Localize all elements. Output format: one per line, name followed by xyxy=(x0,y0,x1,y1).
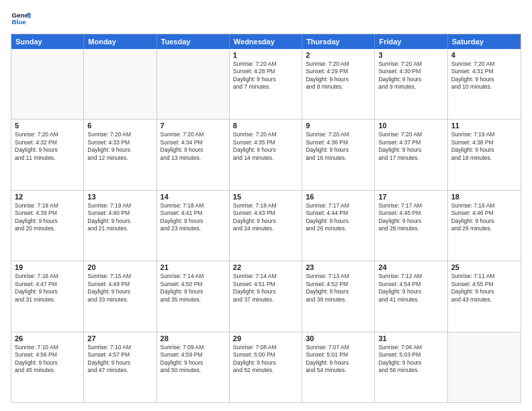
calendar-empty-cell xyxy=(448,332,521,402)
calendar-day-27: 27Sunrise: 7:10 AM Sunset: 4:57 PM Dayli… xyxy=(84,332,157,402)
calendar-day-10: 10Sunrise: 7:20 AM Sunset: 4:37 PM Dayli… xyxy=(375,120,447,189)
calendar-week-3: 12Sunrise: 7:19 AM Sunset: 4:39 PM Dayli… xyxy=(11,190,521,261)
day-number: 6 xyxy=(87,122,152,130)
day-number: 24 xyxy=(378,263,443,271)
calendar-day-9: 9Sunrise: 7:20 AM Sunset: 4:36 PM Daylig… xyxy=(302,120,375,189)
day-number: 27 xyxy=(87,334,152,342)
calendar-day-6: 6Sunrise: 7:20 AM Sunset: 4:33 PM Daylig… xyxy=(84,120,157,189)
day-info: Sunrise: 7:20 AM Sunset: 4:32 PM Dayligh… xyxy=(15,131,80,162)
day-info: Sunrise: 7:13 AM Sunset: 4:52 PM Dayligh… xyxy=(306,273,371,304)
day-info: Sunrise: 7:20 AM Sunset: 4:36 PM Dayligh… xyxy=(306,131,371,162)
calendar-day-3: 3Sunrise: 7:20 AM Sunset: 4:30 PM Daylig… xyxy=(375,49,447,119)
day-number: 19 xyxy=(15,263,80,271)
day-info: Sunrise: 7:19 AM Sunset: 4:39 PM Dayligh… xyxy=(15,202,80,233)
day-info: Sunrise: 7:18 AM Sunset: 4:41 PM Dayligh… xyxy=(161,202,226,233)
calendar-day-25: 25Sunrise: 7:11 AM Sunset: 4:55 PM Dayli… xyxy=(448,261,521,331)
day-info: Sunrise: 7:20 AM Sunset: 4:28 PM Dayligh… xyxy=(233,60,298,91)
day-number: 4 xyxy=(451,51,517,59)
day-number: 25 xyxy=(451,263,517,271)
calendar-empty-cell xyxy=(157,49,230,119)
day-number: 12 xyxy=(15,193,80,201)
calendar-day-29: 29Sunrise: 7:08 AM Sunset: 5:00 PM Dayli… xyxy=(230,332,302,402)
day-info: Sunrise: 7:20 AM Sunset: 4:37 PM Dayligh… xyxy=(378,131,443,162)
day-number: 15 xyxy=(233,193,298,201)
day-info: Sunrise: 7:16 AM Sunset: 4:47 PM Dayligh… xyxy=(15,273,80,304)
day-number: 3 xyxy=(378,51,443,59)
logo-icon: General Blue xyxy=(11,8,31,28)
day-info: Sunrise: 7:06 AM Sunset: 5:03 PM Dayligh… xyxy=(378,344,443,375)
day-info: Sunrise: 7:19 AM Sunset: 4:38 PM Dayligh… xyxy=(451,131,517,162)
day-header-thursday: Thursday xyxy=(302,34,375,49)
calendar-day-11: 11Sunrise: 7:19 AM Sunset: 4:38 PM Dayli… xyxy=(448,120,521,189)
day-info: Sunrise: 7:20 AM Sunset: 4:34 PM Dayligh… xyxy=(161,131,226,162)
calendar-day-19: 19Sunrise: 7:16 AM Sunset: 4:47 PM Dayli… xyxy=(11,261,84,331)
day-info: Sunrise: 7:09 AM Sunset: 4:59 PM Dayligh… xyxy=(161,344,226,375)
day-number: 10 xyxy=(378,122,443,130)
svg-text:Blue: Blue xyxy=(12,18,27,26)
day-info: Sunrise: 7:20 AM Sunset: 4:35 PM Dayligh… xyxy=(233,131,298,162)
day-number: 11 xyxy=(451,122,517,130)
calendar-day-16: 16Sunrise: 7:17 AM Sunset: 4:44 PM Dayli… xyxy=(302,191,375,261)
calendar-day-15: 15Sunrise: 7:18 AM Sunset: 4:43 PM Dayli… xyxy=(230,191,302,261)
day-info: Sunrise: 7:20 AM Sunset: 4:29 PM Dayligh… xyxy=(306,60,371,91)
calendar-week-4: 19Sunrise: 7:16 AM Sunset: 4:47 PM Dayli… xyxy=(11,261,521,331)
calendar-day-28: 28Sunrise: 7:09 AM Sunset: 4:59 PM Dayli… xyxy=(157,332,230,402)
day-number: 21 xyxy=(161,263,226,271)
calendar-day-2: 2Sunrise: 7:20 AM Sunset: 4:29 PM Daylig… xyxy=(302,49,375,119)
day-number: 14 xyxy=(161,193,226,201)
calendar-week-1: 1Sunrise: 7:20 AM Sunset: 4:28 PM Daylig… xyxy=(11,49,521,119)
calendar-day-22: 22Sunrise: 7:14 AM Sunset: 4:51 PM Dayli… xyxy=(230,261,302,331)
day-header-tuesday: Tuesday xyxy=(157,34,230,49)
calendar-day-7: 7Sunrise: 7:20 AM Sunset: 4:34 PM Daylig… xyxy=(157,120,230,189)
page: General Blue SundayMondayTuesdayWednesda… xyxy=(0,0,532,411)
day-info: Sunrise: 7:11 AM Sunset: 4:55 PM Dayligh… xyxy=(451,273,517,304)
calendar-day-12: 12Sunrise: 7:19 AM Sunset: 4:39 PM Dayli… xyxy=(11,191,84,261)
day-info: Sunrise: 7:12 AM Sunset: 4:54 PM Dayligh… xyxy=(378,273,443,304)
day-info: Sunrise: 7:10 AM Sunset: 4:56 PM Dayligh… xyxy=(15,344,80,375)
calendar-day-21: 21Sunrise: 7:14 AM Sunset: 4:50 PM Dayli… xyxy=(157,261,230,331)
day-number: 5 xyxy=(15,122,80,130)
header: General Blue xyxy=(11,8,521,28)
svg-marker-3 xyxy=(28,14,32,18)
day-info: Sunrise: 7:14 AM Sunset: 4:50 PM Dayligh… xyxy=(161,273,226,304)
day-number: 16 xyxy=(306,193,371,201)
day-info: Sunrise: 7:14 AM Sunset: 4:51 PM Dayligh… xyxy=(233,273,298,304)
calendar-week-5: 26Sunrise: 7:10 AM Sunset: 4:56 PM Dayli… xyxy=(11,332,521,402)
calendar-body: 1Sunrise: 7:20 AM Sunset: 4:28 PM Daylig… xyxy=(11,49,521,402)
day-number: 23 xyxy=(306,263,371,271)
calendar-day-26: 26Sunrise: 7:10 AM Sunset: 4:56 PM Dayli… xyxy=(11,332,84,402)
calendar-empty-cell xyxy=(84,49,157,119)
day-number: 22 xyxy=(233,263,298,271)
day-header-sunday: Sunday xyxy=(11,34,84,49)
calendar-day-31: 31Sunrise: 7:06 AM Sunset: 5:03 PM Dayli… xyxy=(375,332,447,402)
calendar-day-5: 5Sunrise: 7:20 AM Sunset: 4:32 PM Daylig… xyxy=(11,120,84,189)
day-number: 30 xyxy=(306,334,371,342)
calendar-day-20: 20Sunrise: 7:15 AM Sunset: 4:49 PM Dayli… xyxy=(84,261,157,331)
day-number: 18 xyxy=(451,193,517,201)
calendar-empty-cell xyxy=(11,49,84,119)
day-info: Sunrise: 7:15 AM Sunset: 4:49 PM Dayligh… xyxy=(87,273,152,304)
day-number: 1 xyxy=(233,51,298,59)
day-info: Sunrise: 7:07 AM Sunset: 5:01 PM Dayligh… xyxy=(306,344,371,375)
day-info: Sunrise: 7:18 AM Sunset: 4:43 PM Dayligh… xyxy=(233,202,298,233)
day-info: Sunrise: 7:20 AM Sunset: 4:31 PM Dayligh… xyxy=(451,60,517,91)
day-number: 2 xyxy=(306,51,371,59)
calendar-day-8: 8Sunrise: 7:20 AM Sunset: 4:35 PM Daylig… xyxy=(230,120,302,189)
day-info: Sunrise: 7:20 AM Sunset: 4:33 PM Dayligh… xyxy=(87,131,152,162)
day-number: 29 xyxy=(233,334,298,342)
day-header-saturday: Saturday xyxy=(448,34,521,49)
day-header-wednesday: Wednesday xyxy=(230,34,302,49)
calendar-week-2: 5Sunrise: 7:20 AM Sunset: 4:32 PM Daylig… xyxy=(11,119,521,189)
day-info: Sunrise: 7:17 AM Sunset: 4:44 PM Dayligh… xyxy=(306,202,371,233)
day-number: 8 xyxy=(233,122,298,130)
calendar-day-30: 30Sunrise: 7:07 AM Sunset: 5:01 PM Dayli… xyxy=(302,332,375,402)
day-number: 26 xyxy=(15,334,80,342)
day-header-monday: Monday xyxy=(84,34,157,49)
day-number: 20 xyxy=(87,263,152,271)
calendar-day-13: 13Sunrise: 7:19 AM Sunset: 4:40 PM Dayli… xyxy=(84,191,157,261)
day-number: 13 xyxy=(87,193,152,201)
logo: General Blue xyxy=(11,8,31,28)
day-info: Sunrise: 7:08 AM Sunset: 5:00 PM Dayligh… xyxy=(233,344,298,375)
day-info: Sunrise: 7:10 AM Sunset: 4:57 PM Dayligh… xyxy=(87,344,152,375)
calendar-day-24: 24Sunrise: 7:12 AM Sunset: 4:54 PM Dayli… xyxy=(375,261,447,331)
